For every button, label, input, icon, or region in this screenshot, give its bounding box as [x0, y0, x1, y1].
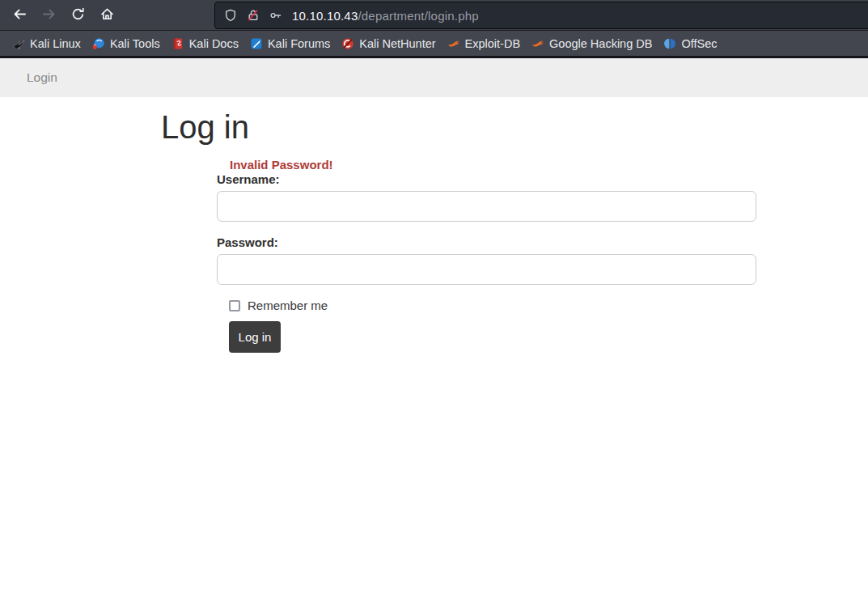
kali-docs-icon: [171, 37, 184, 50]
forward-button[interactable]: [37, 4, 60, 27]
login-button[interactable]: Log in: [229, 321, 281, 353]
kali-tools-icon: [92, 37, 105, 50]
bookmark-kali-nethunter[interactable]: Kali NetHunter: [336, 33, 441, 54]
nav-buttons: [8, 4, 118, 27]
remember-me-row: Remember me: [229, 299, 328, 311]
navbar-brand-login[interactable]: Login: [27, 70, 57, 85]
remember-label[interactable]: Remember me: [248, 299, 328, 311]
page-navbar: Login: [0, 58, 868, 97]
url-path: /department/login.php: [358, 9, 478, 23]
back-icon: [13, 7, 27, 24]
bookmark-label: Kali Linux: [30, 37, 81, 50]
home-button[interactable]: [95, 4, 118, 27]
shield-icon[interactable]: [224, 9, 237, 22]
remember-checkbox[interactable]: [229, 300, 240, 311]
forward-icon: [42, 7, 56, 24]
offsec-icon: [663, 37, 676, 50]
username-label: Username:: [217, 174, 280, 185]
bookmark-offsec[interactable]: OffSec: [658, 33, 722, 54]
bookmark-label: Kali Tools: [110, 37, 160, 50]
url-host: 10.10.10.43: [292, 9, 358, 23]
password-label: Password:: [217, 237, 278, 248]
page-title: Log in: [161, 111, 249, 143]
bookmarks-toolbar: Kali Linux Kali Tools Kali Docs Kali For…: [0, 31, 868, 58]
login-page-content: Log in Invalid Password! Username: Passw…: [0, 97, 868, 610]
bookmark-label: Google Hacking DB: [549, 37, 652, 50]
reload-button[interactable]: [66, 4, 89, 27]
password-input[interactable]: [217, 254, 756, 285]
bookmark-label: Exploit-DB: [465, 37, 521, 50]
lock-broken-icon[interactable]: [247, 9, 260, 22]
browser-nav-toolbar: 10.10.10.43/department/login.php: [0, 0, 868, 31]
bookmark-kali-tools[interactable]: Kali Tools: [87, 33, 166, 54]
invalid-password-error: Invalid Password!: [230, 159, 333, 171]
exploit-db-icon: [447, 37, 460, 50]
home-icon: [100, 7, 114, 24]
bookmark-label: Kali Docs: [189, 37, 239, 50]
bookmark-label: Kali Forums: [268, 37, 330, 50]
bookmark-label: OffSec: [681, 37, 717, 50]
reload-icon: [71, 7, 85, 24]
bookmark-kali-linux[interactable]: Kali Linux: [6, 33, 87, 54]
bookmark-kali-docs[interactable]: Kali Docs: [166, 33, 244, 54]
kali-nethunter-icon: [341, 37, 354, 50]
bookmark-kali-forums[interactable]: Kali Forums: [244, 33, 336, 54]
kali-forums-icon: [250, 37, 263, 50]
exploit-db-icon: [531, 37, 544, 50]
bookmark-label: Kali NetHunter: [359, 37, 435, 50]
bookmark-google-hacking-db[interactable]: Google Hacking DB: [526, 33, 658, 54]
url-text: 10.10.10.43/department/login.php: [292, 9, 479, 23]
key-icon[interactable]: [269, 9, 282, 22]
url-bar[interactable]: 10.10.10.43/department/login.php: [214, 2, 868, 29]
back-button[interactable]: [8, 4, 31, 27]
username-input[interactable]: [217, 191, 756, 222]
bookmark-exploit-db[interactable]: Exploit-DB: [442, 33, 527, 54]
kali-dragon-icon: [12, 37, 25, 50]
